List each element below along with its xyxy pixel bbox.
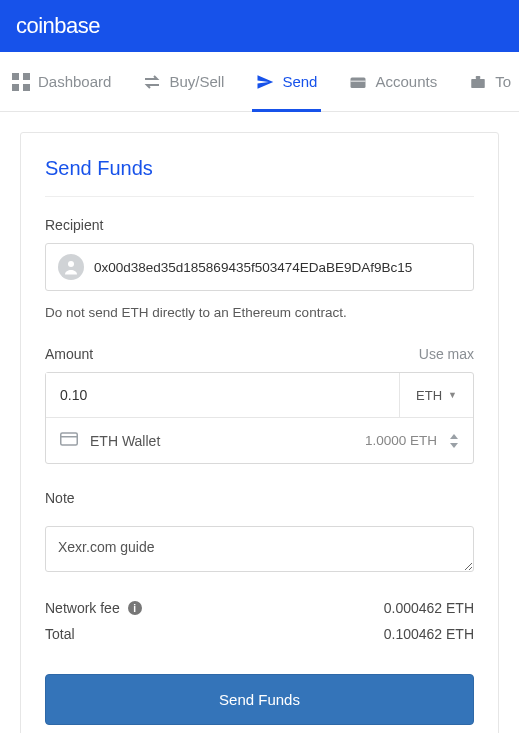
wallet-balance: 1.0000 ETH: [365, 433, 437, 448]
dashboard-icon: [12, 73, 30, 91]
wallet-name: ETH Wallet: [90, 433, 353, 449]
currency-code: ETH: [416, 388, 442, 403]
chevron-down-icon: ▼: [448, 390, 457, 400]
main-nav: Dashboard Buy/Sell Send Accounts To: [0, 52, 519, 112]
fee-value: 0.000462 ETH: [384, 600, 474, 616]
nav-send[interactable]: Send: [252, 52, 321, 112]
wallet-icon: [60, 432, 78, 449]
swap-icon: [143, 73, 161, 91]
amount-group: ETH ▼ ETH Wallet 1.0000 ETH: [45, 372, 474, 464]
send-funds-button[interactable]: Send Funds: [45, 674, 474, 725]
recipient-hint: Do not send ETH directly to an Ethereum …: [45, 305, 474, 320]
network-fee-row: Network fee i 0.000462 ETH: [45, 600, 474, 616]
svg-marker-11: [450, 434, 458, 439]
amount-input[interactable]: [46, 373, 399, 417]
note-label: Note: [45, 490, 474, 506]
nav-tools[interactable]: To: [465, 52, 515, 112]
send-icon: [256, 73, 274, 91]
nav-accounts[interactable]: Accounts: [345, 52, 441, 112]
brand-logo: coinbase: [16, 13, 100, 39]
total-value: 0.100462 ETH: [384, 626, 474, 642]
svg-rect-5: [351, 80, 366, 82]
nav-dashboard[interactable]: Dashboard: [8, 52, 115, 112]
nav-buy-sell[interactable]: Buy/Sell: [139, 52, 228, 112]
svg-rect-0: [12, 73, 19, 80]
fee-label: Network fee: [45, 600, 120, 616]
note-input[interactable]: [45, 526, 474, 572]
info-icon[interactable]: i: [128, 601, 142, 615]
send-funds-card: Send Funds Recipient 0x00d38ed35d1858694…: [20, 132, 499, 733]
wallet-selector[interactable]: ETH Wallet 1.0000 ETH: [46, 417, 473, 463]
recipient-label: Recipient: [45, 217, 474, 233]
svg-point-8: [68, 261, 74, 267]
recipient-input-box[interactable]: 0x00d38ed35d185869435f503474EDaBE9DAf9Bc…: [45, 243, 474, 291]
svg-rect-6: [471, 79, 485, 88]
svg-rect-3: [23, 84, 30, 91]
briefcase-icon: [469, 73, 487, 91]
wallet-icon: [349, 73, 367, 91]
svg-rect-7: [476, 76, 481, 79]
svg-rect-9: [61, 433, 78, 445]
nav-accounts-label: Accounts: [375, 73, 437, 90]
total-label: Total: [45, 626, 75, 642]
svg-rect-4: [351, 77, 366, 88]
svg-rect-2: [12, 84, 19, 91]
recipient-value: 0x00d38ed35d185869435f503474EDaBE9DAf9Bc…: [94, 260, 412, 275]
svg-marker-12: [450, 443, 458, 448]
nav-tools-label: To: [495, 73, 511, 90]
page-body: Send Funds Recipient 0x00d38ed35d1858694…: [0, 112, 519, 733]
nav-buy-sell-label: Buy/Sell: [169, 73, 224, 90]
app-header: coinbase: [0, 0, 519, 52]
svg-rect-1: [23, 73, 30, 80]
card-title: Send Funds: [45, 157, 474, 197]
currency-select[interactable]: ETH ▼: [399, 373, 473, 417]
amount-label: Amount: [45, 346, 93, 362]
nav-send-label: Send: [282, 73, 317, 90]
nav-dashboard-label: Dashboard: [38, 73, 111, 90]
avatar-icon: [58, 254, 84, 280]
use-max-link[interactable]: Use max: [419, 346, 474, 362]
sort-icon: [449, 434, 459, 448]
total-row: Total 0.100462 ETH: [45, 626, 474, 642]
